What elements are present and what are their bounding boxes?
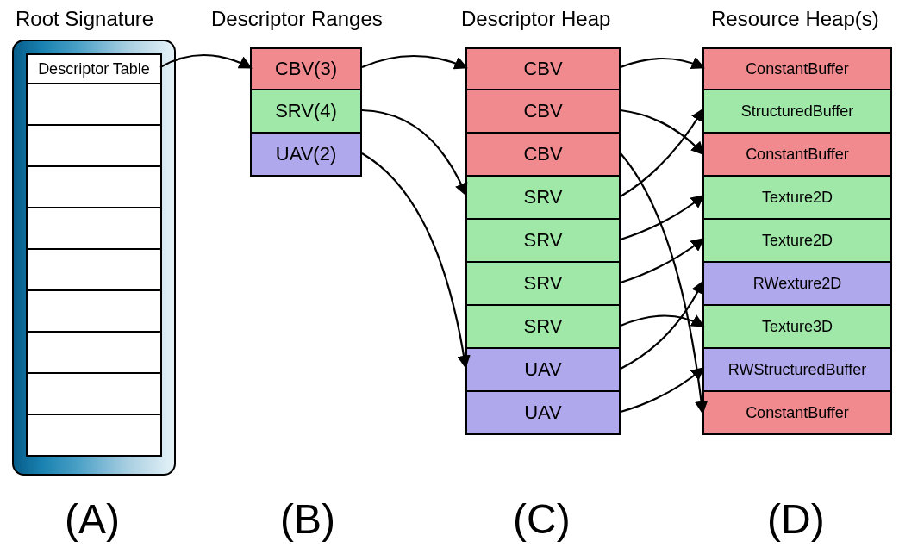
col-title-heap: Descriptor Heap (461, 7, 610, 31)
ranges-stack-cell: SRV(4) (250, 90, 362, 134)
root-signature-container: Descriptor Table (12, 40, 176, 476)
resource-stack-cell: RWStructuredBuffer (702, 349, 892, 392)
root-slot-empty (26, 84, 162, 126)
col-title-resource: Resource Heap(s) (711, 7, 879, 31)
heap-stack-cell: CBV (465, 134, 621, 177)
label-a: (A) (65, 495, 120, 543)
resource-stack-cell: ConstantBuffer (702, 392, 892, 435)
resource-stack-cell: StructuredBuffer (702, 90, 892, 134)
heap-stack-cell: CBV (465, 47, 621, 90)
root-slot-descriptor-table: Descriptor Table (26, 53, 162, 84)
resource-stack-cell: ConstantBuffer (702, 134, 892, 177)
label-d: (D) (767, 495, 825, 543)
heap-stack-cell: SRV (465, 177, 621, 220)
label-c: (C) (513, 495, 571, 543)
col-title-ranges: Descriptor Ranges (211, 7, 383, 31)
resource-stack-cell: Texture3D (702, 306, 892, 349)
heap-stack-cell: UAV (465, 392, 621, 435)
resource-stack-cell: RWexture2D (702, 263, 892, 306)
root-slot-empty (26, 374, 162, 415)
heap-stack-cell: SRV (465, 306, 621, 349)
root-slot-empty (26, 250, 162, 291)
col-title-root: Root Signature (16, 7, 153, 31)
root-slot-empty (26, 333, 162, 374)
root-slot-empty (26, 291, 162, 333)
descriptor-ranges-stack: CBV(3)SRV(4)UAV(2) (250, 47, 362, 177)
root-signature-slots: Descriptor Table (26, 53, 162, 457)
heap-stack-cell: SRV (465, 263, 621, 306)
root-slot-empty (26, 167, 162, 208)
root-slot-empty (26, 208, 162, 250)
label-b: (B) (280, 495, 335, 543)
resource-stack-cell: ConstantBuffer (702, 47, 892, 90)
resource-stack-cell: Texture2D (702, 177, 892, 220)
root-slot-empty (26, 415, 162, 457)
heap-stack-cell: CBV (465, 90, 621, 134)
heap-stack-cell: UAV (465, 349, 621, 392)
ranges-stack-cell: CBV(3) (250, 47, 362, 90)
root-slot-empty (26, 126, 162, 167)
ranges-stack-cell: UAV(2) (250, 134, 362, 177)
resource-heap-stack: ConstantBufferStructuredBufferConstantBu… (702, 47, 892, 435)
resource-stack-cell: Texture2D (702, 220, 892, 263)
heap-stack-cell: SRV (465, 220, 621, 263)
descriptor-heap-stack: CBVCBVCBVSRVSRVSRVSRVUAVUAV (465, 47, 621, 435)
